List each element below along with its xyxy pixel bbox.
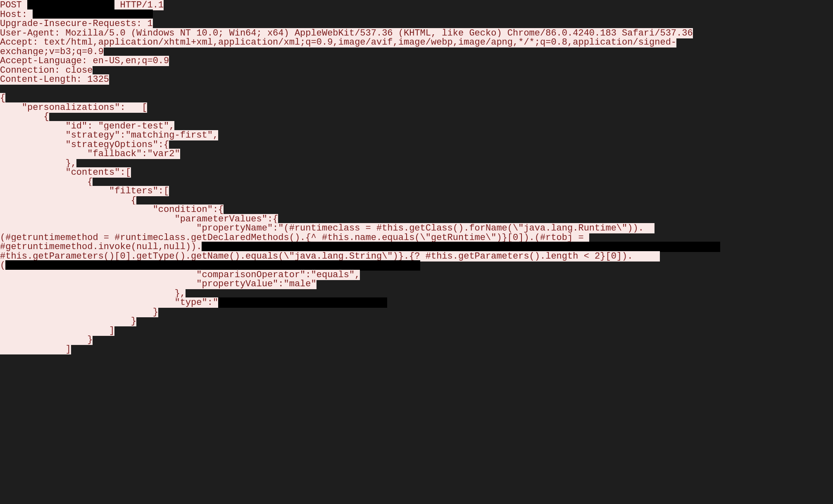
code-text: User-Agent: Mozilla/5.0 (Windows NT 10.0… <box>0 28 693 38</box>
code-text <box>0 84 5 94</box>
redacted-text: xxxxxxxxxxxxxxxxxxxxxxxxxxxxxxxxxxxxxxxx… <box>202 242 720 252</box>
code-text: } <box>0 316 136 326</box>
code-text: ] <box>0 344 71 354</box>
code-text: (#getruntimemethod = #runtimeclass.getDe… <box>0 233 589 243</box>
code-text: "fallback":"var2" <box>0 149 180 159</box>
code-text: { <box>0 112 49 122</box>
code-text: #this.getParameters()[0].getType().getNa… <box>0 251 660 262</box>
code-text: } <box>0 335 93 345</box>
code-text: }, <box>0 288 186 299</box>
code-text: "filters":[ <box>0 186 169 196</box>
code-text: "strategyOptions":{ <box>0 140 169 150</box>
code-text: "id": "gender-test", <box>0 121 174 131</box>
code-text: exchange;v=b3;q=0.9 <box>0 47 104 57</box>
code-text: "type":" <box>0 297 218 308</box>
code-text: "condition":{ <box>0 204 224 215</box>
code-text: HTTP/1.1 <box>114 0 164 10</box>
code-text: "personalizations": [ <box>0 102 147 113</box>
code-text: }, <box>0 158 76 169</box>
code-text: "parameterValues":{ <box>0 214 278 224</box>
code-text: Connection: close <box>0 65 93 76</box>
code-text: POST <box>0 0 27 10</box>
code-text: "contents":[ <box>0 167 131 178</box>
http-request-code-block: POST xxxxxxxxxxxxxxxx HTTP/1.1 Host: xxx… <box>0 0 833 354</box>
code-text: "propertyValue":"male" <box>0 279 317 289</box>
code-text: Accept-Language: en-US,en;q=0.9 <box>0 56 169 66</box>
code-text: { <box>0 177 93 187</box>
redacted-text: xxxxxxxxxxxxxxxxxxxxxx <box>33 10 152 20</box>
code-text: #getruntimemethod.invoke(null,null)). <box>0 242 202 252</box>
code-text: Accept: text/html,application/xhtml+xml,… <box>0 37 676 48</box>
redacted-text: xxxxxxxxxxxxxxxx <box>27 0 114 10</box>
code-text: Host: <box>0 10 33 20</box>
code-text: "strategy":"matching-first", <box>0 130 218 140</box>
code-text: ] <box>0 326 114 336</box>
code-text: Content-Length: 1325 <box>0 74 109 85</box>
code-text: "propertyName":"(#runtimeclass = #this.g… <box>0 223 654 233</box>
code-text: } <box>0 307 158 317</box>
redacted-text: xxxxxxxxxxxxxxxxxxxxxxxxxxxxxxxxxxxxxxxx… <box>5 260 420 271</box>
redacted-text: xxxxxxxxxxxxxxxxxxxxxxxxxxxxxxx <box>218 297 387 308</box>
code-text: { <box>0 195 136 206</box>
code-text: Upgrade-Insecure-Requests: 1 <box>0 19 153 29</box>
code-text: ( <box>0 260 5 271</box>
code-text: { <box>0 93 5 103</box>
code-text: "comparisonOperator":"equals", <box>0 270 360 280</box>
